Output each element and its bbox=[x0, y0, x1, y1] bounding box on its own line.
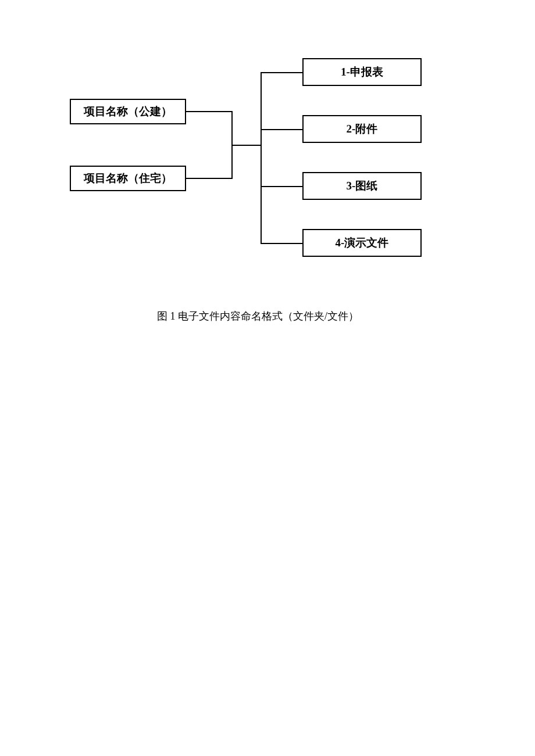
right-node-label: 2-附件 bbox=[347, 121, 378, 137]
right-node-label: 1-申报表 bbox=[341, 65, 383, 80]
right-node-shenbaobiao: 1-申报表 bbox=[302, 58, 422, 86]
connector-line bbox=[231, 145, 262, 146]
connector-line bbox=[261, 243, 302, 244]
connector-line bbox=[261, 186, 302, 187]
caption-text: 图 1 电子文件内容命名格式（文件夹/文件） bbox=[157, 310, 359, 322]
connector-line bbox=[261, 72, 262, 244]
right-node-yanshi: 4-演示文件 bbox=[302, 229, 422, 257]
right-node-fujian: 2-附件 bbox=[302, 115, 422, 143]
left-node-label: 项目名称（住宅） bbox=[84, 171, 172, 186]
left-node-zhuzhai: 项目名称（住宅） bbox=[70, 166, 186, 191]
hierarchy-diagram: 项目名称（公建） 项目名称（住宅） 1-申报表 2-附件 3-图纸 4-演示文件 bbox=[70, 58, 465, 279]
connector-line bbox=[261, 129, 302, 130]
right-node-label: 3-图纸 bbox=[347, 178, 378, 194]
connector-line bbox=[186, 111, 233, 112]
right-node-label: 4-演示文件 bbox=[336, 235, 389, 250]
connector-line bbox=[261, 72, 302, 73]
connector-line bbox=[186, 178, 233, 179]
right-node-tuzhi: 3-图纸 bbox=[302, 172, 422, 200]
left-node-gongjian: 项目名称（公建） bbox=[70, 99, 186, 124]
figure-caption: 图 1 电子文件内容命名格式（文件夹/文件） bbox=[157, 308, 378, 325]
left-node-label: 项目名称（公建） bbox=[84, 104, 172, 119]
